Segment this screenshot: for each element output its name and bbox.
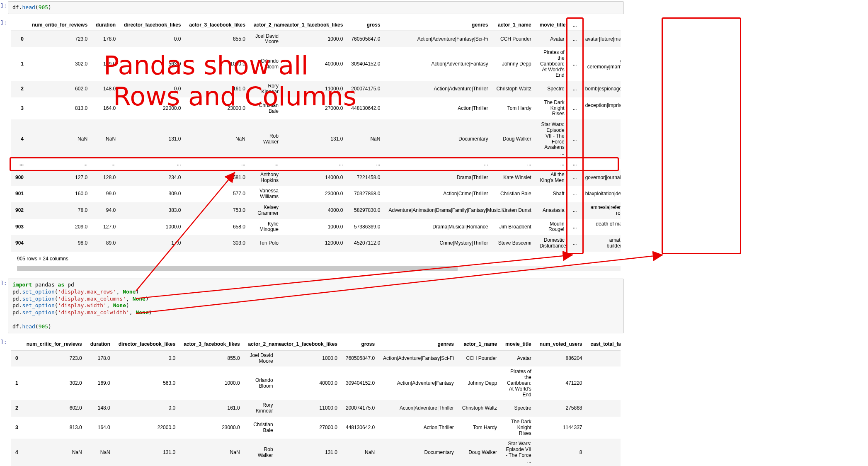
table-cell: Joel David Moore <box>250 31 283 47</box>
table-cell: 127.0 <box>92 219 120 235</box>
table-cell: Domestic Disturbance <box>536 235 569 252</box>
table-cell: ... <box>569 202 581 219</box>
table-cell: Action|Adventure|Thriller <box>384 81 492 97</box>
table-cell: 1000.0 <box>277 350 342 366</box>
table-cell: 1000.0 <box>120 219 185 235</box>
table-cell: Christoph Waltz <box>492 81 535 97</box>
code-text-1[interactable]: df.head(905) <box>12 2 620 13</box>
table-cell: ... <box>569 119 581 159</box>
table-cell: Action|Adventure|Fantasy <box>384 47 492 81</box>
table-cell: avatar|future|marine|native|paraplegic <box>581 31 621 47</box>
table-cell: 78.0 <box>28 202 92 219</box>
table-cell: Action|Adventure|Fantasy <box>379 366 458 400</box>
table-cell: 143 <box>587 439 621 466</box>
table-cell: ... <box>569 47 581 81</box>
table-cell: Rory Kinnear <box>250 81 283 97</box>
table-cell: 131.0 <box>120 119 185 159</box>
table-row: 3813.0164.022000.023000.0Christian Bale2… <box>11 97 621 119</box>
table-cell: Action|Crime|Thriller <box>384 186 492 202</box>
table-row: 901160.099.0309.0577.0Vanessa Williams23… <box>11 186 621 202</box>
table-cell: 89.0 <box>92 235 120 252</box>
col-header: director_facebook_likes <box>114 339 179 350</box>
table-cell: NaN <box>86 439 114 466</box>
col-header: actor_1_name <box>458 339 501 350</box>
col-header: actor_3_facebook_likes <box>179 339 244 350</box>
table-row: 0723.0178.00.0855.0Joel David Moore1000.… <box>11 350 621 366</box>
table-cell: 760505847.0 <box>347 31 384 47</box>
table-cell: All the King's Men <box>536 170 569 186</box>
col-header: actor_1_name <box>492 20 535 31</box>
table-cell: governor|journalist|louisiana|mistress|p… <box>581 170 621 186</box>
table-cell: 40000.0 <box>277 366 342 400</box>
h-scrollbar-track[interactable] <box>17 266 621 271</box>
table-cell: Johnny Depp <box>458 366 501 400</box>
table-cell: 753.0 <box>185 202 250 219</box>
table-cell: death of main character|eiffel tower par… <box>581 219 621 235</box>
table-cell: 563.0 <box>120 47 185 81</box>
table-cell: 309404152.0 <box>342 366 379 400</box>
code-input-1[interactable]: df.head(905) <box>8 1 624 14</box>
table-row: 90278.094.0383.0753.0Kelsey Grammer4000.… <box>11 202 621 219</box>
table-cell: ... <box>347 159 384 170</box>
table-cell: Spectre <box>536 81 569 97</box>
table-cell: Shaft <box>536 186 569 202</box>
h-scrollbar-thumb[interactable] <box>17 266 458 271</box>
table-cell: Action|Thriller <box>379 417 458 439</box>
table-cell: NaN <box>92 119 120 159</box>
table-cell: Tom Hardy <box>458 417 501 439</box>
table-cell: ... <box>120 159 185 170</box>
table-cell: Rory Kinnear <box>244 400 277 417</box>
table-cell: ... <box>569 170 581 186</box>
table-cell: 12000.0 <box>283 235 347 252</box>
table-cell: ... <box>569 186 581 202</box>
table-cell: Kylie Minogue <box>250 219 283 235</box>
table-cell: Doug Walker <box>458 439 501 466</box>
dataframe-2: num_critic_for_reviewsdurationdirector_f… <box>11 339 621 466</box>
table-cell: deception|imprisonment|lawlessness|polic… <box>581 97 621 119</box>
table-cell: 48350 <box>587 366 621 400</box>
table-cell: 94.0 <box>92 202 120 219</box>
table-cell: Christian Bale <box>244 417 277 439</box>
table-cell: 40000.0 <box>283 47 347 81</box>
col-header: duration <box>86 339 114 350</box>
dataframe-1-wrap[interactable]: num_critic_for_reviewsdurationdirector_f… <box>11 20 621 252</box>
table-cell: 178.0 <box>92 31 120 47</box>
table-cell: Pirates of the Caribbean: At World's End <box>501 366 536 400</box>
table-cell: Action|Adventure|Fantasy|Sci-Fi <box>384 31 492 47</box>
table-cell: 131.0 <box>114 439 179 466</box>
table-cell: blaxploitation|detective|drugs|shaft|tri… <box>581 186 621 202</box>
table-cell: Rob Walker <box>244 439 277 466</box>
table-cell: 23000.0 <box>179 417 244 439</box>
table-cell: 309.0 <box>120 186 185 202</box>
col-header: gross <box>342 339 379 350</box>
table-cell: The Dark Knight Rises <box>536 97 569 119</box>
table-cell: Star Wars: Episode VII - The Force ... <box>501 439 536 466</box>
dataframe-2-wrap[interactable]: num_critic_for_reviewsdurationdirector_f… <box>11 339 621 466</box>
table-cell: 1000.0 <box>283 31 347 47</box>
table-cell: 164.0 <box>86 417 114 439</box>
table-row: 903209.0127.01000.0658.0Kylie Minogue100… <box>11 219 621 235</box>
code-input-2[interactable]: import pandas as pd pd.set_option('displ… <box>8 279 624 333</box>
table-row: 1302.0169.0563.01000.0Orlando Bloom40000… <box>11 47 621 81</box>
col-header: gross <box>347 20 384 31</box>
table-cell: 58297830.0 <box>347 202 384 219</box>
table-cell: 23000.0 <box>185 97 250 119</box>
table-cell: 169.0 <box>86 366 114 400</box>
table-cell: 855.0 <box>179 350 244 366</box>
table-cell: 0.0 <box>114 350 179 366</box>
table-cell: 200074175.0 <box>342 400 379 417</box>
prompt-out-1: ]: <box>0 17 6 28</box>
table-cell: 1000.0 <box>185 47 250 81</box>
table-cell: Christoph Waltz <box>458 400 501 417</box>
table-cell: 602.0 <box>22 400 86 417</box>
col-header: ... <box>569 20 581 31</box>
table-cell: 302.0 <box>22 366 86 400</box>
table-cell: ... <box>569 159 581 170</box>
table-cell: ... <box>92 159 120 170</box>
table-cell: 760505847.0 <box>342 350 379 366</box>
table-cell: ... <box>28 159 92 170</box>
table-cell: 98.0 <box>28 235 92 252</box>
table-cell: 302.0 <box>28 47 92 81</box>
code-text-2[interactable]: import pandas as pd pd.set_option('displ… <box>12 280 620 332</box>
table-cell: ... <box>185 159 250 170</box>
